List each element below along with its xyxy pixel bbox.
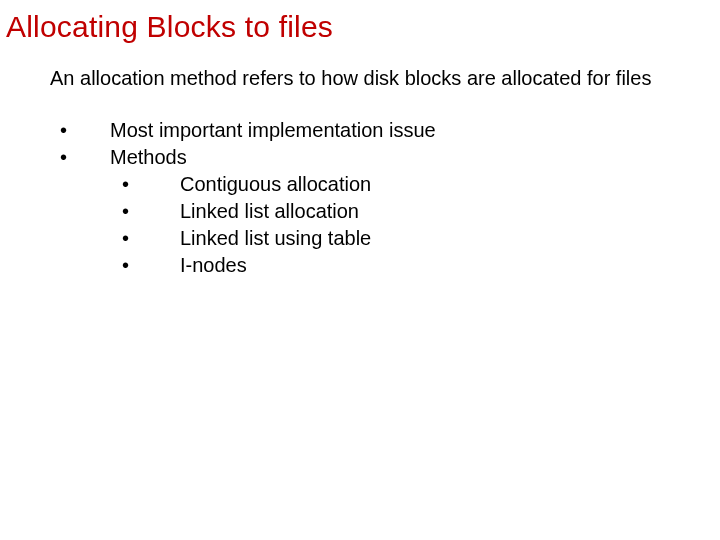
- bullet-text: Linked list using table: [180, 227, 371, 250]
- slide: Allocating Blocks to files An allocation…: [0, 0, 720, 277]
- bullet-level2: • Linked list allocation: [110, 200, 714, 223]
- slide-title: Allocating Blocks to files: [6, 10, 714, 44]
- bullet-level1: • Methods: [50, 146, 714, 169]
- bullet-level2: • Linked list using table: [110, 227, 714, 250]
- bullet-text: I-nodes: [180, 254, 247, 277]
- intro-text: An allocation method refers to how disk …: [50, 66, 654, 91]
- bullet-level2: • I-nodes: [110, 254, 714, 277]
- bullet-marker: •: [110, 200, 180, 223]
- bullet-list: • Most important implementation issue • …: [50, 119, 714, 277]
- bullet-marker: •: [110, 227, 180, 250]
- bullet-marker: •: [50, 146, 110, 169]
- bullet-level1: • Most important implementation issue: [50, 119, 714, 142]
- bullet-marker: •: [50, 119, 110, 142]
- bullet-marker: •: [110, 254, 180, 277]
- bullet-text: Methods: [110, 146, 187, 169]
- bullet-text: Linked list allocation: [180, 200, 359, 223]
- bullet-marker: •: [110, 173, 180, 196]
- bullet-level2: • Contiguous allocation: [110, 173, 714, 196]
- bullet-text: Contiguous allocation: [180, 173, 371, 196]
- bullet-text: Most important implementation issue: [110, 119, 436, 142]
